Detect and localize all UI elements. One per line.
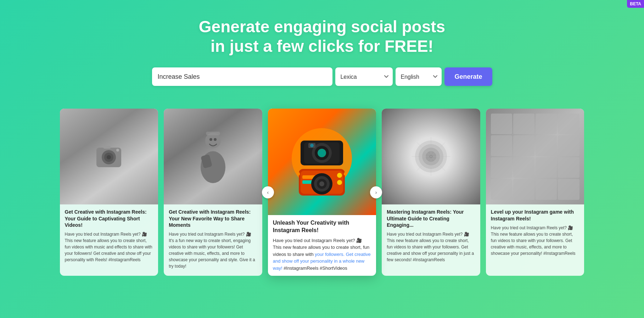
card-5-body: Level up your Instagram game with Instag…: [486, 204, 584, 276]
card-1-body: Get Creative with Instagram Reels: Your …: [60, 204, 158, 276]
beta-badge: BETA: [627, 0, 644, 8]
card-center-prev-button[interactable]: ‹: [262, 186, 274, 198]
card-center: Unleash Your Creativity with Instagram R…: [268, 109, 376, 276]
svg-point-20: [310, 144, 314, 147]
cards-section: Get Creative with Instagram Reels: Your …: [0, 97, 644, 276]
card-5: Level up your Instagram game with Instag…: [486, 109, 584, 276]
card-4-body: Mastering Instagram Reels: Your Ultimate…: [382, 204, 480, 276]
svg-point-9: [214, 138, 217, 141]
svg-point-28: [319, 181, 324, 186]
svg-rect-32: [344, 172, 347, 175]
card-4-title: Mastering Instagram Reels: Your Ultimate…: [387, 209, 475, 228]
card-center-text: Have you tried out Instagram Reels yet? …: [273, 237, 371, 272]
svg-point-5: [116, 149, 119, 152]
highlight-text: your followers. Get creative and show of…: [273, 252, 371, 271]
card-5-title: Level up your Instagram game with Instag…: [491, 209, 579, 221]
svg-point-8: [209, 138, 212, 141]
center-card-wrapper: ‹: [268, 109, 376, 276]
card-center-image: [268, 109, 376, 215]
svg-point-29: [337, 173, 342, 178]
hero-title: Generate engaging social posts in just a…: [195, 17, 450, 56]
card-center-title: Unleash Your Creativity with Instagram R…: [273, 219, 371, 234]
topic-input[interactable]: [152, 67, 333, 86]
hero-section: Generate engaging social posts in just a…: [0, 0, 644, 97]
search-bar: Lexica DALL-E Stable Diffusion English S…: [152, 67, 492, 86]
card-5-image: [486, 109, 584, 204]
card-2-title: Get Creative with Instagram Reels: Your …: [169, 209, 257, 228]
language-select[interactable]: English Spanish French German: [396, 67, 442, 86]
card-center-body: Unleash Your Creativity with Instagram R…: [268, 215, 376, 276]
generate-button[interactable]: Generate: [444, 67, 492, 86]
style-select[interactable]: Lexica DALL-E Stable Diffusion: [335, 67, 393, 86]
card-4-image: [382, 109, 480, 204]
card-1-title: Get Creative with Instagram Reels: Your …: [65, 209, 153, 228]
card-1-image: [60, 109, 158, 204]
card-1-text: Have you tried out Instagram Reels yet? …: [65, 231, 153, 263]
svg-point-3: [107, 155, 111, 159]
card-2-image: [164, 109, 262, 204]
card-4-text: Have you tried out Instagram Reels yet? …: [387, 231, 475, 263]
card-2-body: Get Creative with Instagram Reels: Your …: [164, 204, 262, 276]
svg-point-30: [337, 180, 342, 185]
cards-wrapper: Get Creative with Instagram Reels: Your …: [39, 109, 606, 276]
card-5-text: Have you tried out Instagram Reels yet? …: [491, 225, 579, 257]
grid-pattern: [491, 114, 579, 200]
card-4: Mastering Instagram Reels: Your Ultimate…: [382, 109, 480, 276]
svg-rect-4: [103, 146, 111, 149]
svg-rect-31: [297, 172, 300, 175]
card-center-next-button[interactable]: ›: [370, 186, 382, 198]
card-1: Get Creative with Instagram Reels: Your …: [60, 109, 158, 276]
card-2-text: Have you tried out Instagram Reels yet? …: [169, 231, 257, 269]
svg-point-18: [320, 151, 324, 155]
card-2: Get Creative with Instagram Reels: Your …: [164, 109, 262, 276]
svg-rect-10: [206, 132, 220, 135]
